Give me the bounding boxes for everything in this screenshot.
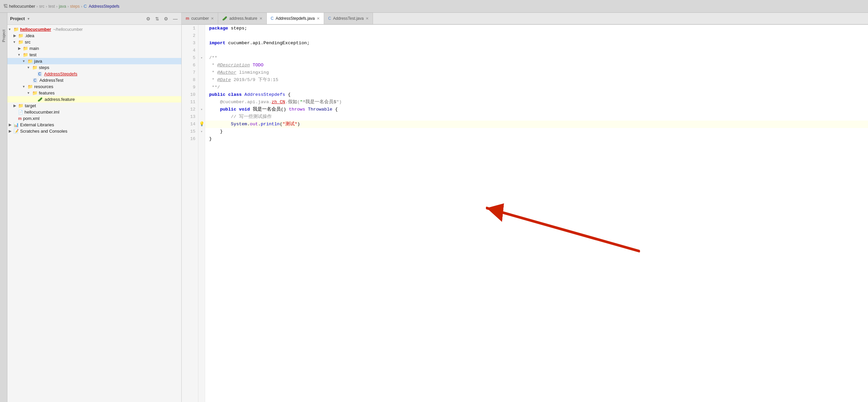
tree-item-addressstepdefs[interactable]: ▶ C AddressStepdefs bbox=[7, 71, 181, 77]
tree-arrow-src: ▾ bbox=[13, 40, 18, 44]
folder-icon-main: 📁 bbox=[23, 46, 28, 51]
tree-item-test[interactable]: ▾ 📁 test bbox=[7, 52, 181, 58]
tree-label-features: features bbox=[39, 91, 55, 96]
tree-item-steps[interactable]: ▾ 📁 steps bbox=[7, 64, 181, 71]
breadcrumb-steps[interactable]: steps bbox=[70, 4, 80, 9]
tab-close-address-feature[interactable]: ✕ bbox=[259, 16, 262, 21]
breadcrumb-class-icon: C bbox=[84, 4, 87, 9]
gutter-5[interactable]: ▾ bbox=[198, 54, 205, 62]
tree-item-address-feature[interactable]: ▶ 🥒 address.feature bbox=[7, 96, 181, 102]
sidebar-tab[interactable]: Project bbox=[0, 13, 7, 402]
tree-label-scratches: Scratches and Consoles bbox=[20, 129, 67, 134]
toolbar-minimize-icon[interactable]: — bbox=[172, 15, 179, 22]
tree-item-addresstest[interactable]: ▶ C AddressTest bbox=[7, 77, 181, 83]
code-line-14: System.out.println("测试") bbox=[205, 121, 868, 128]
tab-label-cucumber: cucumber bbox=[191, 16, 209, 21]
code-line-9: **/ bbox=[205, 84, 868, 91]
tab-addressstepdefs[interactable]: C AddressStepdefs.java ✕ bbox=[267, 13, 324, 24]
code-content[interactable]: package steps; import cucumber.api.Pendi… bbox=[205, 25, 868, 402]
folder-icon: 📁 bbox=[13, 27, 19, 32]
tree-label-address-feature: address.feature bbox=[44, 97, 75, 102]
tab-feature-icon: 🥒 bbox=[222, 16, 227, 21]
code-line-5: /** bbox=[205, 54, 868, 62]
gutter-14-bulb[interactable]: 💡 bbox=[198, 121, 205, 128]
breadcrumb-test[interactable]: test bbox=[48, 4, 55, 9]
code-line-12: public void 我是一名会员() throws Throwable { bbox=[205, 106, 868, 113]
tree-arrow-main: ▶ bbox=[18, 46, 23, 51]
java-class2-icon: C bbox=[33, 78, 37, 83]
editor-tabs: m cucumber ✕ 🥒 address.feature ✕ C Addre… bbox=[182, 13, 868, 25]
gutter-10 bbox=[198, 91, 205, 99]
tree-path-hellocucumber: ~/hellocucumber bbox=[53, 27, 83, 32]
gutter-11 bbox=[198, 99, 205, 106]
tree-item-main[interactable]: ▶ 📁 main bbox=[7, 45, 181, 52]
tab-address-feature[interactable]: 🥒 address.feature ✕ bbox=[218, 13, 267, 24]
ide-container: 🏗 hellocucumber › src › test › java › st… bbox=[0, 0, 868, 402]
tree-label-addressstepdefs: AddressStepdefs bbox=[44, 71, 78, 76]
code-line-16: } bbox=[205, 135, 868, 143]
tab-addresstest[interactable]: C AddressTest.java ✕ bbox=[324, 13, 373, 24]
line-num-6: 6 bbox=[182, 62, 198, 69]
tree-item-java[interactable]: ▾ 📁 java bbox=[7, 58, 181, 64]
panel-dropdown-icon[interactable]: ▾ bbox=[28, 16, 30, 21]
tree-item-pom[interactable]: ▶ m pom.xml bbox=[7, 115, 181, 122]
tree-item-hellocucumber[interactable]: ▾ 📁 hellocucumber ~/hellocucumber bbox=[7, 26, 181, 33]
folder-icon-steps: 📁 bbox=[32, 65, 37, 70]
toolbar-collapse-icon[interactable]: ⇅ bbox=[154, 15, 160, 22]
folder-icon-src: 📁 bbox=[18, 39, 24, 44]
folder-icon-features: 📁 bbox=[32, 91, 37, 96]
tab-close-addresstest[interactable]: ✕ bbox=[366, 16, 369, 21]
project-icon: 🏗 bbox=[3, 4, 8, 9]
tab-close-cucumber[interactable]: ✕ bbox=[211, 16, 214, 21]
tab-label-address-feature: address.feature bbox=[229, 16, 257, 21]
tab-label-addressstepdefs: AddressStepdefs.java bbox=[276, 16, 315, 21]
line-num-11: 11 bbox=[182, 99, 198, 106]
tree-arrow-target: ▶ bbox=[13, 103, 18, 108]
tree-arrow-features: ▾ bbox=[28, 91, 32, 95]
tab-close-addressstepdefs[interactable]: ✕ bbox=[317, 16, 320, 21]
code-line-3: import cucumber.api.PendingException; bbox=[205, 39, 868, 47]
line-num-8: 8 bbox=[182, 76, 198, 84]
tree-item-external-libs[interactable]: ▶ 📊 External Libraries bbox=[7, 122, 181, 128]
code-line-2 bbox=[205, 32, 868, 39]
tree-item-src[interactable]: ▾ 📁 src bbox=[7, 39, 181, 45]
panel-title: Project bbox=[10, 16, 25, 21]
toolbar-settings-icon[interactable]: ⚙ bbox=[163, 15, 169, 22]
tree-arrow-idea: ▶ bbox=[13, 34, 18, 38]
toolbar-gear-icon[interactable]: ⚙ bbox=[145, 15, 152, 22]
tree-label-resources: resources bbox=[34, 84, 53, 89]
gutter-7 bbox=[198, 69, 205, 76]
code-editor[interactable]: 1 2 3 4 5 6 7 8 9 10 11 12 13 14 bbox=[182, 25, 868, 402]
line-num-3: 3 bbox=[182, 39, 198, 47]
tree-item-resources[interactable]: ▾ 📁 resources bbox=[7, 83, 181, 90]
breadcrumb-addressstepdefs[interactable]: AddressStepdefs bbox=[89, 4, 119, 9]
breadcrumb-hellocucumber[interactable]: hellocucumber bbox=[9, 4, 35, 9]
tree-item-target[interactable]: ▶ 📁 target bbox=[7, 102, 181, 109]
gutter-12[interactable]: ▾ bbox=[198, 106, 205, 113]
tree-item-idea[interactable]: ▶ 📁 .idea bbox=[7, 33, 181, 39]
breadcrumb-java[interactable]: java bbox=[59, 4, 66, 9]
gutter-2 bbox=[198, 32, 205, 39]
line-gutter: ▾ ▾ 💡 ▾ bbox=[198, 25, 205, 402]
line-num-5: 5 bbox=[182, 54, 198, 62]
tree-item-scratches[interactable]: ▶ 📝 Scratches and Consoles bbox=[7, 128, 181, 134]
line-num-12: 12 bbox=[182, 106, 198, 113]
tree-label-addresstest: AddressTest bbox=[39, 78, 64, 83]
tree-label-hellocucumber: hellocucumber bbox=[20, 27, 51, 32]
tree-label-steps: steps bbox=[39, 65, 49, 70]
java-class-icon: C bbox=[37, 72, 42, 76]
code-line-8: * @Date 2019/5/9 下午3:15 bbox=[205, 76, 868, 84]
gutter-15[interactable]: ▾ bbox=[198, 128, 205, 135]
tree-item-iml[interactable]: ▶ 📄 hellocucumber.iml bbox=[7, 109, 181, 115]
gutter-1 bbox=[198, 25, 205, 32]
code-line-11: @cucumber.api.java.zh_CN.假如("^我是一名会员$") bbox=[205, 99, 868, 106]
breadcrumb-src[interactable]: src bbox=[39, 4, 44, 9]
tree-item-features[interactable]: ▾ 📁 features bbox=[7, 90, 181, 96]
tree-label-test: test bbox=[30, 52, 36, 57]
gutter-6 bbox=[198, 62, 205, 69]
tree-arrow-resources: ▾ bbox=[23, 85, 28, 89]
folder-icon-idea: 📁 bbox=[18, 33, 24, 38]
line-num-10: 10 bbox=[182, 91, 198, 99]
tab-cucumber[interactable]: m cucumber ✕ bbox=[182, 13, 218, 24]
code-line-10: public class AddressStepdefs { bbox=[205, 91, 868, 99]
